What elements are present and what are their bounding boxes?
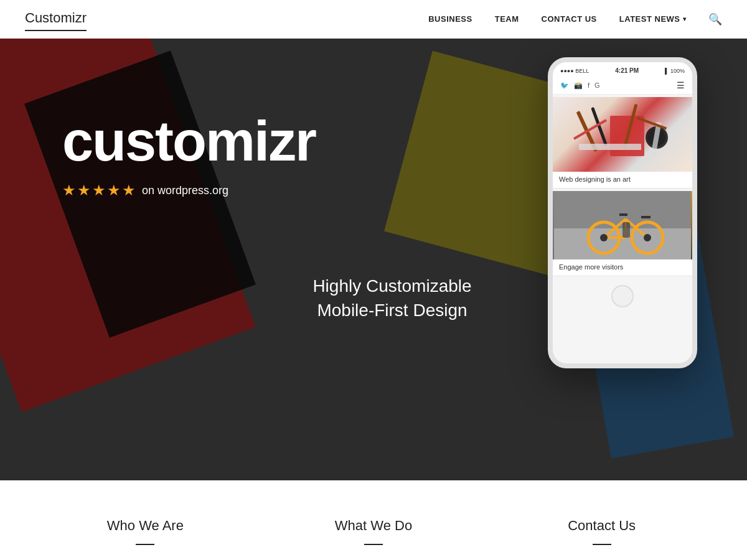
what-we-do-title: What We Do bbox=[278, 518, 469, 534]
what-we-do-divider bbox=[364, 544, 383, 545]
nav-team[interactable]: TEAM bbox=[495, 14, 519, 24]
contact-us-title: Contact Us bbox=[506, 518, 697, 534]
instagram-icon[interactable]: 📸 bbox=[574, 82, 583, 90]
phone-mockup: ●●●● BELL 4:21 PM ▌ 100% 🐦 📸 f G ☰ bbox=[548, 57, 697, 368]
nav-contact[interactable]: CONTACT US bbox=[542, 14, 597, 24]
logo[interactable]: Customizr bbox=[25, 10, 87, 29]
hero-section: customizr ★★★★★ on wordpress.org Highly … bbox=[0, 39, 747, 480]
svg-rect-2 bbox=[591, 107, 608, 146]
phone-signal: ●●●● BELL bbox=[560, 68, 589, 74]
search-icon[interactable]: 🔍 bbox=[708, 12, 722, 26]
who-we-are-text: Lorem ipsum dolor sit amet, sed do eiusm… bbox=[50, 558, 241, 560]
contact-us-col: Contact Us Lorem ipsum dolor sit amet, s… bbox=[506, 518, 697, 560]
bike-svg bbox=[554, 191, 691, 259]
star-icons: ★★★★★ bbox=[62, 182, 137, 199]
phone-home-indicator bbox=[553, 279, 692, 314]
contact-us-text: Lorem ipsum dolor sit amet, sed do eiusm… bbox=[506, 558, 697, 560]
svg-rect-6 bbox=[579, 144, 641, 150]
phone-card-1-text: Web designing is an art bbox=[553, 172, 692, 188]
who-we-are-title: Who We Are bbox=[50, 518, 241, 534]
hamburger-icon[interactable]: ☰ bbox=[677, 80, 685, 90]
bottom-section: Who We Are Lorem ipsum dolor sit amet, s… bbox=[0, 480, 747, 560]
phone-card-1: Web designing is an art bbox=[553, 97, 692, 189]
svg-rect-18 bbox=[622, 222, 630, 238]
phone-card-2: Engage more visitors bbox=[553, 191, 692, 276]
stars-suffix: on wordpress.org bbox=[142, 184, 228, 197]
phone-nav-bar: 🐦 📸 f G ☰ bbox=[553, 77, 692, 95]
phone-time: 4:21 PM bbox=[615, 67, 639, 74]
phone-card-2-text: Engage more visitors bbox=[553, 259, 692, 276]
nav-business[interactable]: BUSINESS bbox=[428, 14, 472, 24]
nav-latest-news[interactable]: LATEST NEWS bbox=[619, 14, 686, 24]
twitter-icon[interactable]: 🐦 bbox=[560, 82, 569, 90]
svg-point-19 bbox=[600, 234, 608, 241]
phone-card-1-image bbox=[553, 97, 692, 172]
what-we-do-text: Lorem ipsum dolor sit amet, sed do eiusm… bbox=[278, 558, 469, 560]
phone-battery: ▌ 100% bbox=[665, 68, 685, 74]
who-we-are-divider bbox=[136, 544, 154, 545]
art-supplies-svg bbox=[566, 97, 679, 172]
phone-status-bar: ●●●● BELL 4:21 PM ▌ 100% bbox=[553, 62, 692, 77]
phone-home-button[interactable] bbox=[611, 285, 634, 307]
what-we-do-col: What We Do Lorem ipsum dolor sit amet, s… bbox=[278, 518, 469, 560]
contact-us-divider bbox=[593, 544, 611, 545]
navigation: BUSINESS TEAM CONTACT US LATEST NEWS 🔍 bbox=[428, 12, 722, 26]
header: Customizr BUSINESS TEAM CONTACT US LATES… bbox=[0, 0, 747, 39]
svg-point-20 bbox=[644, 234, 651, 241]
phone-social-icons: 🐦 📸 f G bbox=[560, 82, 600, 90]
phone-card-2-image bbox=[553, 191, 692, 259]
facebook-icon[interactable]: f bbox=[588, 82, 590, 90]
google-icon[interactable]: G bbox=[594, 82, 600, 90]
who-we-are-col: Who We Are Lorem ipsum dolor sit amet, s… bbox=[50, 518, 241, 560]
